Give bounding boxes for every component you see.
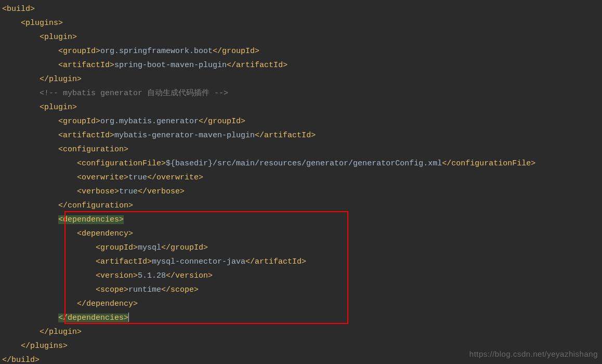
code-line: <groupId>mysql</groupId> [2,241,602,255]
comment: <!-- mybatis generator 自动生成代码插件 --> [40,89,228,98]
text-configurationFile: ${basedir}/src/main/resources/generator/… [166,159,442,168]
code-line: <!-- mybatis generator 自动生成代码插件 --> [2,86,602,100]
tag-groupId-open: <groupId> [58,47,100,56]
code-line: </dependencies> [2,311,602,325]
code-line: <build> [2,2,602,16]
code-line: <scope>runtime</scope> [2,283,602,297]
code-line: <overwrite>true</overwrite> [2,171,602,185]
tag-verbose-close: </verbose> [138,187,185,196]
tag-verbose-open: <verbose> [77,187,119,196]
code-line: <verbose>true</verbose> [2,185,602,199]
tag-build-close: </build> [2,356,40,364]
tag-artifactId-open: <artifactId> [58,131,114,140]
code-line: </dependency> [2,297,602,311]
code-line: <artifactId>mysql-connector-java</artifa… [2,255,602,269]
text-artifactId: spring-boot-maven-plugin [114,61,227,70]
text-overwrite: true [128,173,147,182]
code-line: <groupId>org.mybatis.generator</groupId> [2,114,602,128]
tag-configurationFile-close: </configurationFile> [442,159,535,168]
tag-dependencies-close: </dependencies> [58,314,128,322]
code-line: <version>5.1.28</version> [2,269,602,283]
code-line: <dependencies> [2,213,602,227]
tag-artifactId-open: <artifactId> [58,61,114,70]
code-line: <configurationFile>${basedir}/src/main/r… [2,157,602,171]
code-line: <groupId>org.springframework.boot</group… [2,44,602,58]
tag-groupId-close: </groupId> [161,243,208,252]
code-line: <artifactId>spring-boot-maven-plugin</ar… [2,58,602,72]
text-groupId: org.springframework.boot [100,47,213,56]
code-line: <configuration> [2,142,602,157]
tag-plugin-close: </plugin> [40,328,82,336]
tag-build-open: <build> [2,5,35,14]
tag-groupId-open: <groupId> [58,117,100,126]
tag-groupId-close: </groupId> [213,47,259,56]
tag-dependency-open: <dependency> [77,229,133,238]
code-line: <dependency> [2,227,602,241]
tag-artifactId-close: </artifactId> [227,61,287,70]
tag-version-close: </version> [166,271,213,280]
tag-plugin-open: <plugin> [40,103,77,112]
text-artifactId: mybatis-generator-maven-plugin [114,131,255,140]
code-line: <plugins> [2,16,602,30]
code-line: </plugin> [2,72,602,86]
tag-groupId-open: <groupId> [96,243,138,252]
tag-plugin-open: <plugin> [40,33,77,42]
code-line: </configuration> [2,199,602,213]
text-verbose: true [119,187,138,196]
tag-artifactId-close: </artifactId> [245,257,306,266]
caret-icon [128,313,129,322]
code-line: <plugin> [2,30,602,44]
code-line: <artifactId>mybatis-generator-maven-plug… [2,128,602,142]
tag-overwrite-close: </overwrite> [147,173,203,182]
tag-dependencies-open: <dependencies> [58,215,124,224]
tag-plugins-close: </plugins> [21,342,68,350]
text-version: 5.1.28 [138,271,166,280]
tag-groupId-close: </groupId> [199,117,245,126]
tag-scope-close: </scope> [161,285,199,294]
code-line: </plugin> [2,325,602,339]
tag-artifactId-close: </artifactId> [255,131,316,140]
code-editor[interactable]: <build> <plugins> <plugin> <groupId>org.… [2,2,602,364]
tag-version-open: <version> [96,271,138,280]
tag-dependency-close: </dependency> [77,300,138,308]
tag-plugins-open: <plugins> [21,19,63,28]
tag-plugin-close: </plugin> [40,75,82,84]
code-line: <plugin> [2,100,602,114]
tag-configuration-open: <configuration> [58,145,128,154]
tag-configuration-close: </configuration> [58,201,133,210]
text-groupId: mysql [138,243,161,252]
text-groupId: org.mybatis.generator [100,117,199,126]
tag-overwrite-open: <overwrite> [77,173,128,182]
text-artifactId: mysql-connector-java [152,257,245,266]
watermark: https://blog.csdn.net/yeyazhishang [469,347,598,361]
tag-scope-open: <scope> [96,285,128,294]
tag-artifactId-open: <artifactId> [96,257,152,266]
tag-configurationFile-open: <configurationFile> [77,159,166,168]
text-scope: runtime [128,285,161,294]
